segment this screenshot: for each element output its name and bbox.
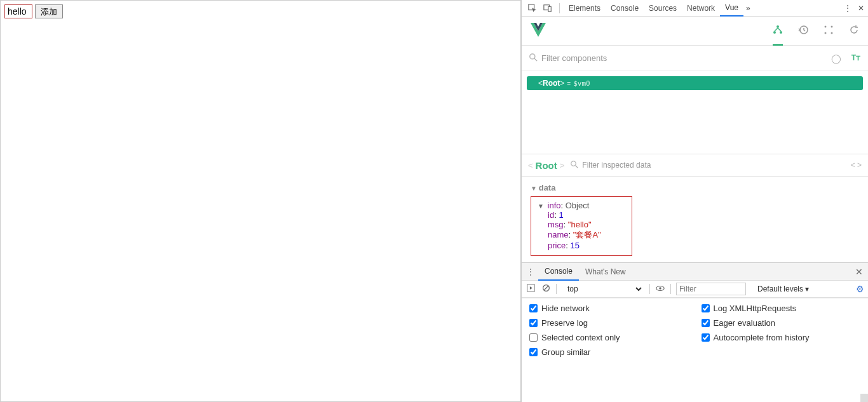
tab-vue[interactable]: Vue (720, 0, 743, 17)
format-icon[interactable]: Tᴛ (851, 53, 860, 64)
clear-icon[interactable] (541, 284, 551, 294)
chevron-down-icon[interactable]: ▼ (538, 203, 544, 210)
component-tree: <Root> = $vm0 (522, 71, 868, 154)
vuex-icon[interactable] (824, 25, 834, 37)
svg-point-11 (530, 53, 535, 58)
data-section-title[interactable]: data (531, 183, 859, 192)
nav-arrows-icon[interactable]: < > (851, 161, 862, 170)
svg-point-10 (831, 32, 833, 34)
target-icon[interactable]: ◯ (831, 53, 841, 64)
console-filter-input[interactable] (676, 283, 746, 295)
inspect-filter-input[interactable] (582, 161, 850, 170)
tabs-overflow-icon[interactable]: » (746, 4, 750, 13)
id-key: id (548, 210, 554, 220)
svg-rect-2 (548, 6, 551, 11)
separator (649, 284, 650, 294)
svg-point-3 (776, 25, 779, 28)
eye-icon[interactable] (655, 284, 665, 295)
name-value: "套餐A" (573, 230, 601, 239)
add-button[interactable]: 添加 (35, 4, 63, 18)
devtools-panel: Elements Console Sources Network Vue » ⋮… (521, 0, 868, 402)
msg-value: "hello" (568, 220, 592, 229)
search-icon (529, 53, 538, 64)
price-value: 15 (570, 241, 579, 250)
filter-components-row: ◯ Tᴛ (522, 46, 868, 71)
context-only-checkbox[interactable]: Selected context only (529, 333, 689, 342)
levels-select[interactable]: Default levels ▾ (757, 285, 809, 293)
log-xhr-checkbox[interactable]: Log XMLHttpRequests (702, 304, 861, 313)
console-toolbar: top Default levels ▾ ⚙ (522, 280, 868, 298)
svg-point-7 (825, 25, 827, 27)
text-input[interactable] (4, 4, 32, 18)
separator (670, 284, 671, 294)
kebab-icon[interactable]: ⋮ (527, 267, 534, 276)
page-content: 添加 (0, 0, 521, 402)
components-icon[interactable] (773, 25, 783, 46)
svg-point-16 (659, 287, 661, 290)
device-toggle-icon[interactable] (543, 3, 553, 13)
name-key: name (548, 230, 569, 239)
scrollbar-thumb[interactable] (860, 394, 868, 402)
components-filter-input[interactable] (541, 53, 831, 63)
select-element-icon[interactable] (527, 3, 538, 13)
svg-point-12 (571, 161, 576, 166)
drawer-tab-whatsnew[interactable]: What's New (579, 263, 632, 281)
data-panel: data ▼ info: Object id: 1 msg: "hello" n… (522, 177, 868, 262)
info-type: Object (566, 201, 590, 210)
svg-point-4 (773, 31, 776, 34)
price-key: price (548, 241, 566, 250)
vue-logo-icon (531, 23, 546, 39)
hide-network-checkbox[interactable]: Hide network (529, 304, 689, 313)
svg-point-9 (825, 32, 827, 34)
vue-toolbar (522, 17, 868, 46)
root-vm-ref: $vm0 (573, 79, 590, 88)
equals-sign: = (567, 80, 571, 87)
close-icon[interactable]: ✕ (858, 4, 864, 13)
eager-eval-checkbox[interactable]: Eager evaluation (702, 318, 861, 328)
separator (556, 284, 557, 294)
search-icon (571, 161, 578, 170)
inspect-header: < Root > < > (522, 154, 868, 177)
refresh-icon[interactable] (849, 25, 859, 37)
svg-point-5 (780, 31, 782, 34)
gear-icon[interactable]: ⚙ (856, 284, 864, 294)
id-value: 1 (559, 210, 563, 220)
msg-key: msg (548, 220, 564, 229)
history-icon[interactable] (798, 25, 808, 37)
separator (559, 3, 560, 13)
drawer-tab-console[interactable]: Console (538, 263, 579, 281)
devtools-tabbar: Elements Console Sources Network Vue » ⋮… (522, 0, 868, 17)
inspect-root-label: Root (536, 160, 557, 171)
tab-sources[interactable]: Sources (644, 0, 682, 17)
console-settings: Hide network Log XMLHttpRequests Preserv… (522, 298, 868, 362)
preserve-log-checkbox[interactable]: Preserve log (529, 318, 689, 328)
group-similar-checkbox[interactable]: Group similar (529, 347, 689, 357)
autocomplete-checkbox[interactable]: Autocomplete from history (702, 333, 861, 342)
kebab-icon[interactable]: ⋮ (844, 4, 851, 13)
root-label: Root (543, 79, 560, 88)
info-object-box: ▼ info: Object id: 1 msg: "hello" name: … (531, 196, 632, 256)
info-key: info (548, 201, 561, 210)
root-component[interactable]: <Root> = $vm0 (527, 76, 863, 90)
svg-point-8 (831, 25, 833, 27)
tab-elements[interactable]: Elements (564, 0, 606, 17)
tab-console[interactable]: Console (606, 0, 644, 17)
gt-icon: > (560, 161, 565, 170)
drawer-close-icon[interactable]: ✕ (855, 267, 863, 277)
context-select[interactable]: top (562, 282, 644, 296)
play-icon[interactable] (526, 284, 536, 294)
lt-icon: < (528, 161, 533, 170)
drawer-tabbar: ⋮ Console What's New ✕ (522, 262, 868, 280)
tab-network[interactable]: Network (682, 0, 720, 17)
